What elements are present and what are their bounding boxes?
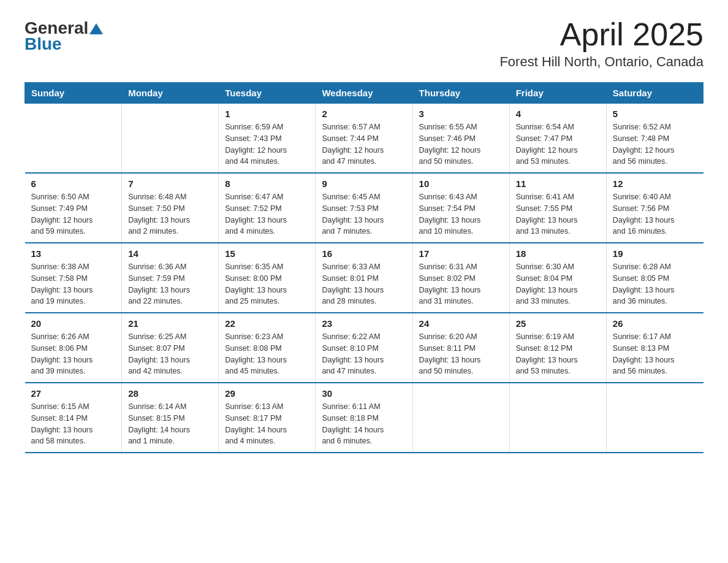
header-day-friday: Friday	[509, 83, 606, 104]
calendar-cell: 8Sunrise: 6:47 AM Sunset: 7:52 PM Daylig…	[219, 173, 316, 243]
day-number: 28	[128, 388, 212, 399]
header-day-tuesday: Tuesday	[219, 83, 316, 104]
title-block: April 2025 Forest Hill North, Ontario, C…	[499, 18, 703, 70]
calendar-cell: 30Sunrise: 6:11 AM Sunset: 8:18 PM Dayli…	[316, 383, 412, 453]
day-number: 8	[225, 178, 309, 189]
calendar-cell: 7Sunrise: 6:48 AM Sunset: 7:50 PM Daylig…	[122, 173, 219, 243]
header-day-saturday: Saturday	[606, 83, 703, 104]
calendar-cell: 11Sunrise: 6:41 AM Sunset: 7:55 PM Dayli…	[509, 173, 606, 243]
day-info: Sunrise: 6:23 AM Sunset: 8:08 PM Dayligh…	[225, 331, 309, 377]
day-number: 15	[225, 248, 309, 259]
day-info: Sunrise: 6:38 AM Sunset: 7:58 PM Dayligh…	[31, 261, 116, 307]
day-number: 21	[128, 318, 212, 329]
calendar-cell: 14Sunrise: 6:36 AM Sunset: 7:59 PM Dayli…	[122, 243, 219, 313]
day-info: Sunrise: 6:47 AM Sunset: 7:52 PM Dayligh…	[225, 191, 309, 237]
day-info: Sunrise: 6:22 AM Sunset: 8:10 PM Dayligh…	[322, 331, 406, 377]
day-number: 9	[322, 178, 406, 189]
day-number: 19	[613, 248, 697, 259]
logo-triangle-icon	[89, 22, 103, 36]
day-info: Sunrise: 6:14 AM Sunset: 8:15 PM Dayligh…	[128, 401, 212, 447]
day-info: Sunrise: 6:15 AM Sunset: 8:14 PM Dayligh…	[31, 401, 116, 447]
page-header: General Blue April 2025 Forest Hill Nort…	[25, 18, 703, 70]
day-info: Sunrise: 6:28 AM Sunset: 8:05 PM Dayligh…	[613, 261, 697, 307]
location-subtitle: Forest Hill North, Ontario, Canada	[499, 54, 703, 70]
header-day-thursday: Thursday	[412, 83, 509, 104]
header-day-wednesday: Wednesday	[316, 83, 412, 104]
day-number: 18	[516, 248, 600, 259]
day-info: Sunrise: 6:45 AM Sunset: 7:53 PM Dayligh…	[322, 191, 406, 237]
day-number: 2	[322, 109, 406, 119]
day-number: 16	[322, 248, 406, 259]
day-info: Sunrise: 6:31 AM Sunset: 8:02 PM Dayligh…	[419, 261, 503, 307]
day-number: 10	[419, 178, 503, 189]
day-info: Sunrise: 6:20 AM Sunset: 8:11 PM Dayligh…	[419, 331, 503, 377]
day-number: 1	[225, 109, 309, 119]
calendar-cell: 18Sunrise: 6:30 AM Sunset: 8:04 PM Dayli…	[509, 243, 606, 313]
calendar-cell: 24Sunrise: 6:20 AM Sunset: 8:11 PM Dayli…	[412, 313, 509, 383]
day-number: 20	[31, 318, 116, 329]
day-number: 23	[322, 318, 406, 329]
calendar-table: SundayMondayTuesdayWednesdayThursdayFrid…	[25, 82, 703, 453]
day-number: 6	[31, 178, 116, 189]
header-day-monday: Monday	[122, 83, 219, 104]
header-day-sunday: Sunday	[25, 83, 122, 104]
month-year-title: April 2025	[499, 18, 703, 50]
calendar-cell: 25Sunrise: 6:19 AM Sunset: 8:12 PM Dayli…	[509, 313, 606, 383]
calendar-cell: 5Sunrise: 6:52 AM Sunset: 7:48 PM Daylig…	[606, 104, 703, 174]
day-info: Sunrise: 6:36 AM Sunset: 7:59 PM Dayligh…	[128, 261, 212, 307]
day-number: 25	[516, 318, 600, 329]
calendar-cell	[122, 104, 219, 174]
calendar-cell	[606, 383, 703, 453]
day-number: 14	[128, 248, 212, 259]
calendar-cell: 15Sunrise: 6:35 AM Sunset: 8:00 PM Dayli…	[219, 243, 316, 313]
day-number: 24	[419, 318, 503, 329]
calendar-header: SundayMondayTuesdayWednesdayThursdayFrid…	[25, 83, 703, 104]
calendar-cell: 13Sunrise: 6:38 AM Sunset: 7:58 PM Dayli…	[25, 243, 122, 313]
calendar-cell: 6Sunrise: 6:50 AM Sunset: 7:49 PM Daylig…	[25, 173, 122, 243]
day-number: 12	[613, 178, 697, 189]
day-number: 17	[419, 248, 503, 259]
calendar-cell: 2Sunrise: 6:57 AM Sunset: 7:44 PM Daylig…	[316, 104, 412, 174]
day-info: Sunrise: 6:19 AM Sunset: 8:12 PM Dayligh…	[516, 331, 600, 377]
calendar-cell	[412, 383, 509, 453]
day-info: Sunrise: 6:55 AM Sunset: 7:46 PM Dayligh…	[419, 121, 503, 167]
header-row: SundayMondayTuesdayWednesdayThursdayFrid…	[25, 83, 703, 104]
day-info: Sunrise: 6:59 AM Sunset: 7:43 PM Dayligh…	[225, 121, 309, 167]
day-info: Sunrise: 6:33 AM Sunset: 8:01 PM Dayligh…	[322, 261, 406, 307]
calendar-week-2: 6Sunrise: 6:50 AM Sunset: 7:49 PM Daylig…	[25, 173, 703, 243]
calendar-cell: 27Sunrise: 6:15 AM Sunset: 8:14 PM Dayli…	[25, 383, 122, 453]
day-info: Sunrise: 6:26 AM Sunset: 8:06 PM Dayligh…	[31, 331, 116, 377]
calendar-body: 1Sunrise: 6:59 AM Sunset: 7:43 PM Daylig…	[25, 104, 703, 453]
day-number: 11	[516, 178, 600, 189]
day-info: Sunrise: 6:30 AM Sunset: 8:04 PM Dayligh…	[516, 261, 600, 307]
calendar-cell: 22Sunrise: 6:23 AM Sunset: 8:08 PM Dayli…	[219, 313, 316, 383]
day-info: Sunrise: 6:57 AM Sunset: 7:44 PM Dayligh…	[322, 121, 406, 167]
calendar-week-4: 20Sunrise: 6:26 AM Sunset: 8:06 PM Dayli…	[25, 313, 703, 383]
day-info: Sunrise: 6:40 AM Sunset: 7:56 PM Dayligh…	[613, 191, 697, 237]
calendar-cell: 23Sunrise: 6:22 AM Sunset: 8:10 PM Dayli…	[316, 313, 412, 383]
calendar-cell: 1Sunrise: 6:59 AM Sunset: 7:43 PM Daylig…	[219, 104, 316, 174]
day-number: 13	[31, 248, 116, 259]
calendar-cell: 16Sunrise: 6:33 AM Sunset: 8:01 PM Dayli…	[316, 243, 412, 313]
calendar-cell: 21Sunrise: 6:25 AM Sunset: 8:07 PM Dayli…	[122, 313, 219, 383]
logo-blue-text: Blue	[25, 34, 103, 54]
calendar-week-5: 27Sunrise: 6:15 AM Sunset: 8:14 PM Dayli…	[25, 383, 703, 453]
svg-marker-0	[89, 23, 103, 34]
day-info: Sunrise: 6:25 AM Sunset: 8:07 PM Dayligh…	[128, 331, 212, 377]
day-info: Sunrise: 6:52 AM Sunset: 7:48 PM Dayligh…	[613, 121, 697, 167]
day-number: 30	[322, 388, 406, 399]
day-number: 26	[613, 318, 697, 329]
calendar-cell: 10Sunrise: 6:43 AM Sunset: 7:54 PM Dayli…	[412, 173, 509, 243]
day-info: Sunrise: 6:11 AM Sunset: 8:18 PM Dayligh…	[322, 401, 406, 447]
calendar-cell	[25, 104, 122, 174]
calendar-cell: 20Sunrise: 6:26 AM Sunset: 8:06 PM Dayli…	[25, 313, 122, 383]
calendar-week-1: 1Sunrise: 6:59 AM Sunset: 7:43 PM Daylig…	[25, 104, 703, 174]
calendar-cell: 17Sunrise: 6:31 AM Sunset: 8:02 PM Dayli…	[412, 243, 509, 313]
calendar-cell: 29Sunrise: 6:13 AM Sunset: 8:17 PM Dayli…	[219, 383, 316, 453]
calendar-cell: 12Sunrise: 6:40 AM Sunset: 7:56 PM Dayli…	[606, 173, 703, 243]
day-number: 3	[419, 109, 503, 119]
day-number: 29	[225, 388, 309, 399]
day-info: Sunrise: 6:35 AM Sunset: 8:00 PM Dayligh…	[225, 261, 309, 307]
calendar-cell	[509, 383, 606, 453]
calendar-cell: 9Sunrise: 6:45 AM Sunset: 7:53 PM Daylig…	[316, 173, 412, 243]
